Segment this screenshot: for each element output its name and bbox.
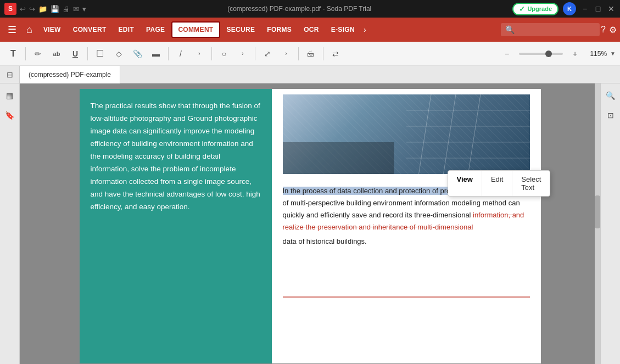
right-panel: 🔍 ⊡ (600, 83, 620, 364)
hamburger-menu[interactable]: ☰ (3, 21, 21, 38)
separator-2 (87, 47, 88, 60)
pencil-tool[interactable]: ✏ (29, 45, 47, 63)
print-icon[interactable]: 🖨 (63, 5, 70, 13)
line-tool[interactable]: / (172, 45, 189, 63)
menu-convert[interactable]: CONVERT (68, 23, 112, 37)
minimize-button[interactable]: − (580, 4, 589, 13)
tab-bar: ⊟ (compressed) PDF-example (0, 66, 620, 83)
underline-tool[interactable]: U (66, 45, 84, 63)
home-button[interactable]: ⌂ (22, 22, 37, 38)
pdf-area: The practical results show that through … (20, 83, 600, 364)
arrow-tool[interactable]: ⇄ (327, 45, 344, 63)
open-icon[interactable]: 📁 (38, 5, 47, 13)
zoom-out-button[interactable]: − (498, 45, 516, 63)
main-area: ▦ 🔖 The practical results show that thro… (0, 83, 620, 364)
comment-box-tool[interactable]: ☐ (91, 45, 109, 63)
undo-icon[interactable]: ↩ (20, 5, 26, 13)
zoom-value: 115% (587, 50, 607, 58)
stamp-tool[interactable]: ◇ (110, 45, 127, 63)
bookmark-panel-icon[interactable]: 🔖 (2, 108, 18, 123)
search-panel-icon[interactable]: 🔍 (603, 88, 618, 103)
menu-bar: ☰ ⌂ VIEW CONVERT EDIT PAGE COMMENT SECUR… (0, 18, 620, 42)
save-icon[interactable]: 💾 (51, 5, 59, 13)
title-bar-right: ✓ Upgrade K − □ ✕ (512, 2, 616, 15)
maximize-button[interactable]: □ (594, 4, 602, 13)
sidebar-toggle[interactable]: ⊟ (0, 66, 20, 83)
soda-logo: S (4, 3, 16, 15)
menu-edit[interactable]: EDIT (113, 23, 140, 37)
settings-icon[interactable]: ⚙ (609, 25, 617, 35)
menu-more[interactable]: › (361, 23, 368, 36)
menu-ocr[interactable]: OCR (298, 23, 325, 37)
pdf-last-line: data of historical buildings. (283, 236, 530, 248)
context-view-item[interactable]: View (448, 171, 482, 196)
title-bar: S ↩ ↪ 📁 💾 🖨 ✉ ▾ (compressed) PDF-example… (0, 0, 620, 18)
user-avatar[interactable]: K (563, 2, 576, 15)
svg-rect-8 (283, 142, 394, 174)
search-area[interactable]: 🔍 (501, 23, 600, 36)
title-bar-left: S ↩ ↪ 📁 💾 🖨 ✉ ▾ (4, 3, 86, 15)
separator-3 (168, 47, 169, 60)
red-underline-bar (283, 296, 530, 298)
context-select-text-item[interactable]: Select Text (512, 171, 550, 196)
scrollbar[interactable] (595, 83, 600, 364)
pages-panel-icon[interactable]: ▦ (2, 88, 18, 103)
shape-expand[interactable]: › (234, 45, 252, 63)
menu-forms[interactable]: FORMS (261, 23, 297, 37)
left-sidebar: ▦ 🔖 (0, 83, 20, 364)
resize-tool[interactable]: ⤢ (259, 45, 276, 63)
rubber-stamp-tool[interactable]: 🖮 (302, 45, 320, 63)
email-icon[interactable]: ✉ (73, 5, 79, 13)
pdf-page: The practical results show that through … (80, 89, 541, 363)
more-quick-icon[interactable]: ▾ (82, 5, 86, 13)
doc-tab[interactable]: (compressed) PDF-example (20, 66, 120, 83)
menu-page[interactable]: PAGE (141, 23, 170, 37)
svg-line-1 (418, 94, 431, 174)
svg-line-2 (443, 94, 456, 174)
scrollbar-thumb[interactable] (595, 195, 600, 228)
menu-comment[interactable]: COMMENT (171, 21, 220, 38)
ellipse-tool[interactable]: ○ (215, 45, 233, 63)
highlight-tool[interactable]: ab (48, 45, 65, 63)
separator-1 (25, 47, 26, 60)
upgrade-button[interactable]: ✓ Upgrade (512, 3, 558, 15)
pdf-left-panel: The practical results show that through … (80, 89, 272, 363)
pdf-left-text: The practical results show that through … (91, 100, 261, 213)
search-icon: 🔍 (505, 25, 515, 34)
expand-tool[interactable]: › (277, 45, 295, 63)
zoom-in-button[interactable]: + (566, 45, 584, 63)
pdf-right-panel: In the process of data collection and pr… (272, 89, 541, 363)
redo-icon[interactable]: ↪ (29, 5, 35, 13)
fit-page-icon[interactable]: ⊡ (603, 108, 618, 123)
menu-esign[interactable]: E-SIGN (326, 23, 360, 37)
text-tool[interactable]: T (4, 45, 22, 63)
image-svg (283, 94, 530, 174)
area-tool[interactable]: ▬ (147, 45, 165, 63)
line-expand[interactable]: › (191, 45, 208, 63)
menu-view[interactable]: VIEW (38, 23, 66, 37)
separator-4 (211, 47, 212, 60)
separator-7 (323, 47, 323, 60)
svg-line-3 (468, 94, 481, 174)
close-button[interactable]: ✕ (607, 4, 616, 13)
check-icon: ✓ (519, 5, 525, 13)
app-title: (compressed) PDF-example.pdf - Soda PDF … (86, 5, 512, 13)
text-tools: T (4, 45, 22, 63)
menu-secure[interactable]: SECURE (221, 23, 261, 37)
separator-5 (255, 47, 255, 60)
help-icon[interactable]: ? (601, 25, 606, 35)
attach-tool[interactable]: 📎 (129, 45, 146, 63)
separator-6 (298, 47, 299, 60)
context-menu: View Edit Select Text (448, 170, 551, 197)
menu-right-icons: ? ⚙ (601, 25, 617, 35)
tools-bar: T ✏ ab U ☐ ◇ 📎 ▬ / › ○ › ⤢ › 🖮 ⇄ − + 115… (0, 42, 620, 66)
context-edit-item[interactable]: Edit (482, 171, 512, 196)
zoom-dropdown[interactable]: ▼ (610, 51, 616, 57)
zoom-controls: − + 115% ▼ (498, 45, 616, 63)
zoom-thumb (545, 51, 552, 57)
pdf-image (283, 94, 530, 174)
zoom-slider[interactable] (519, 53, 563, 55)
